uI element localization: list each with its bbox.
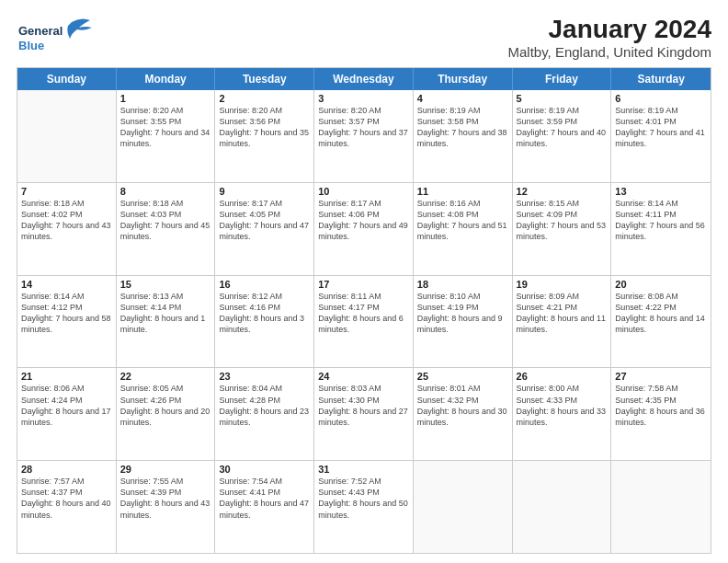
cell-info: Sunrise: 8:18 AM Sunset: 4:02 PM Dayligh… [21, 198, 112, 243]
daylight-text: Daylight: 7 hours and 43 minutes. [21, 221, 111, 241]
day-number: 14 [21, 279, 112, 290]
cell-info: Sunrise: 8:12 AM Sunset: 4:16 PM Dayligh… [219, 291, 310, 336]
cal-cell-4-0: 28 Sunrise: 7:57 AM Sunset: 4:37 PM Dayl… [17, 461, 117, 553]
cell-info: Sunrise: 7:57 AM Sunset: 4:37 PM Dayligh… [21, 476, 112, 521]
sunrise-text: Sunrise: 8:10 AM [417, 292, 481, 301]
cell-info: Sunrise: 8:20 AM Sunset: 3:57 PM Dayligh… [318, 105, 409, 150]
day-number: 24 [318, 371, 409, 382]
daylight-text: Daylight: 7 hours and 37 minutes. [318, 128, 408, 148]
cal-cell-2-5: 19 Sunrise: 8:09 AM Sunset: 4:21 PM Dayl… [513, 276, 612, 368]
cell-info: Sunrise: 8:17 AM Sunset: 4:05 PM Dayligh… [219, 198, 310, 243]
cal-cell-3-0: 21 Sunrise: 8:06 AM Sunset: 4:24 PM Dayl… [17, 368, 117, 460]
sunrise-text: Sunrise: 7:55 AM [120, 477, 184, 486]
logo-svg: General Blue [17, 15, 99, 57]
calendar-body: 1 Sunrise: 8:20 AM Sunset: 3:55 PM Dayli… [17, 90, 711, 553]
day-number: 5 [517, 93, 608, 104]
day-number: 10 [318, 186, 409, 197]
sunset-text: Sunset: 4:26 PM [120, 396, 182, 405]
sunrise-text: Sunrise: 7:54 AM [219, 477, 282, 486]
sunset-text: Sunset: 4:22 PM [615, 303, 677, 312]
daylight-text: Daylight: 8 hours and 50 minutes. [318, 499, 408, 519]
sunset-text: Sunset: 3:58 PM [417, 117, 479, 126]
daylight-text: Daylight: 8 hours and 6 minutes. [318, 314, 404, 334]
daylight-text: Daylight: 7 hours and 51 minutes. [417, 221, 507, 241]
cal-cell-3-4: 25 Sunrise: 8:01 AM Sunset: 4:32 PM Dayl… [414, 368, 513, 460]
sunset-text: Sunset: 3:59 PM [517, 117, 578, 126]
daylight-text: Daylight: 7 hours and 40 minutes. [517, 128, 607, 148]
sunset-text: Sunset: 4:14 PM [120, 303, 182, 312]
daylight-text: Daylight: 8 hours and 40 minutes. [21, 499, 111, 519]
sunrise-text: Sunrise: 8:18 AM [120, 199, 184, 208]
cell-info: Sunrise: 7:58 AM Sunset: 4:35 PM Dayligh… [615, 383, 707, 428]
sunrise-text: Sunrise: 8:11 AM [318, 292, 381, 301]
daylight-text: Daylight: 8 hours and 11 minutes. [517, 314, 607, 334]
day-number: 16 [219, 279, 310, 290]
cal-cell-2-0: 14 Sunrise: 8:14 AM Sunset: 4:12 PM Dayl… [17, 276, 117, 368]
cal-cell-3-5: 26 Sunrise: 8:00 AM Sunset: 4:33 PM Dayl… [513, 368, 612, 460]
cell-info: Sunrise: 8:17 AM Sunset: 4:06 PM Dayligh… [318, 198, 409, 243]
sunrise-text: Sunrise: 8:04 AM [219, 384, 282, 393]
cal-cell-1-2: 9 Sunrise: 8:17 AM Sunset: 4:05 PM Dayli… [215, 183, 314, 275]
cal-cell-1-0: 7 Sunrise: 8:18 AM Sunset: 4:02 PM Dayli… [17, 183, 117, 275]
sunset-text: Sunset: 4:11 PM [615, 210, 677, 219]
daylight-text: Daylight: 8 hours and 36 minutes. [615, 407, 705, 427]
calendar-row-4: 28 Sunrise: 7:57 AM Sunset: 4:37 PM Dayl… [17, 461, 711, 553]
logo: General Blue [17, 15, 99, 57]
cell-info: Sunrise: 8:00 AM Sunset: 4:33 PM Dayligh… [517, 383, 608, 428]
cal-cell-0-1: 1 Sunrise: 8:20 AM Sunset: 3:55 PM Dayli… [117, 90, 216, 182]
daylight-text: Daylight: 8 hours and 47 minutes. [219, 499, 309, 519]
day-number: 19 [517, 279, 608, 290]
day-number: 30 [219, 464, 310, 475]
sunrise-text: Sunrise: 8:12 AM [219, 292, 282, 301]
cell-info: Sunrise: 8:06 AM Sunset: 4:24 PM Dayligh… [21, 383, 112, 428]
cell-info: Sunrise: 8:03 AM Sunset: 4:30 PM Dayligh… [318, 383, 409, 428]
sunrise-text: Sunrise: 8:14 AM [615, 199, 678, 208]
daylight-text: Daylight: 8 hours and 17 minutes. [21, 407, 111, 427]
daylight-text: Daylight: 7 hours and 56 minutes. [615, 221, 705, 241]
sunset-text: Sunset: 4:05 PM [219, 210, 280, 219]
page: General Blue January 2024 Maltby, Englan… [0, 0, 728, 563]
cell-info: Sunrise: 8:08 AM Sunset: 4:22 PM Dayligh… [615, 291, 707, 336]
calendar-row-1: 7 Sunrise: 8:18 AM Sunset: 4:02 PM Dayli… [17, 183, 711, 276]
cal-cell-4-2: 30 Sunrise: 7:54 AM Sunset: 4:41 PM Dayl… [215, 461, 314, 553]
sunset-text: Sunset: 3:55 PM [120, 117, 182, 126]
daylight-text: Daylight: 7 hours and 53 minutes. [517, 221, 607, 241]
sunset-text: Sunset: 4:09 PM [517, 210, 578, 219]
day-number: 8 [120, 186, 211, 197]
cal-cell-2-2: 16 Sunrise: 8:12 AM Sunset: 4:16 PM Dayl… [215, 276, 314, 368]
cal-cell-1-4: 11 Sunrise: 8:16 AM Sunset: 4:08 PM Dayl… [414, 183, 513, 275]
cal-cell-4-4 [414, 461, 513, 553]
sunrise-text: Sunrise: 8:09 AM [517, 292, 580, 301]
cal-cell-1-3: 10 Sunrise: 8:17 AM Sunset: 4:06 PM Dayl… [314, 183, 414, 275]
day-number: 26 [517, 371, 608, 382]
calendar-row-2: 14 Sunrise: 8:14 AM Sunset: 4:12 PM Dayl… [17, 276, 711, 369]
sunset-text: Sunset: 4:19 PM [417, 303, 479, 312]
daylight-text: Daylight: 7 hours and 58 minutes. [21, 314, 111, 334]
sunset-text: Sunset: 4:32 PM [417, 396, 479, 405]
daylight-text: Daylight: 8 hours and 30 minutes. [417, 407, 507, 427]
sunrise-text: Sunrise: 8:06 AM [21, 384, 85, 393]
day-number: 27 [615, 371, 707, 382]
cell-info: Sunrise: 8:09 AM Sunset: 4:21 PM Dayligh… [517, 291, 608, 336]
cal-cell-3-1: 22 Sunrise: 8:05 AM Sunset: 4:26 PM Dayl… [117, 368, 216, 460]
daylight-text: Daylight: 7 hours and 38 minutes. [417, 128, 507, 148]
day-number: 1 [120, 93, 211, 104]
sunrise-text: Sunrise: 8:17 AM [219, 199, 282, 208]
cal-cell-1-5: 12 Sunrise: 8:15 AM Sunset: 4:09 PM Dayl… [513, 183, 612, 275]
sunrise-text: Sunrise: 8:16 AM [417, 199, 481, 208]
sunset-text: Sunset: 4:33 PM [517, 396, 578, 405]
sunrise-text: Sunrise: 8:18 AM [21, 199, 85, 208]
sunrise-text: Sunrise: 8:20 AM [318, 106, 381, 115]
header-friday: Friday [513, 68, 612, 90]
sunset-text: Sunset: 4:06 PM [318, 210, 380, 219]
day-number: 18 [417, 279, 508, 290]
cal-cell-3-3: 24 Sunrise: 8:03 AM Sunset: 4:30 PM Dayl… [314, 368, 414, 460]
daylight-text: Daylight: 7 hours and 45 minutes. [120, 221, 210, 241]
cal-cell-1-6: 13 Sunrise: 8:14 AM Sunset: 4:11 PM Dayl… [611, 183, 711, 275]
day-number: 29 [120, 464, 211, 475]
day-number: 11 [417, 186, 508, 197]
day-number: 3 [318, 93, 409, 104]
day-number: 22 [120, 371, 211, 382]
day-number: 2 [219, 93, 310, 104]
cal-cell-2-4: 18 Sunrise: 8:10 AM Sunset: 4:19 PM Dayl… [414, 276, 513, 368]
